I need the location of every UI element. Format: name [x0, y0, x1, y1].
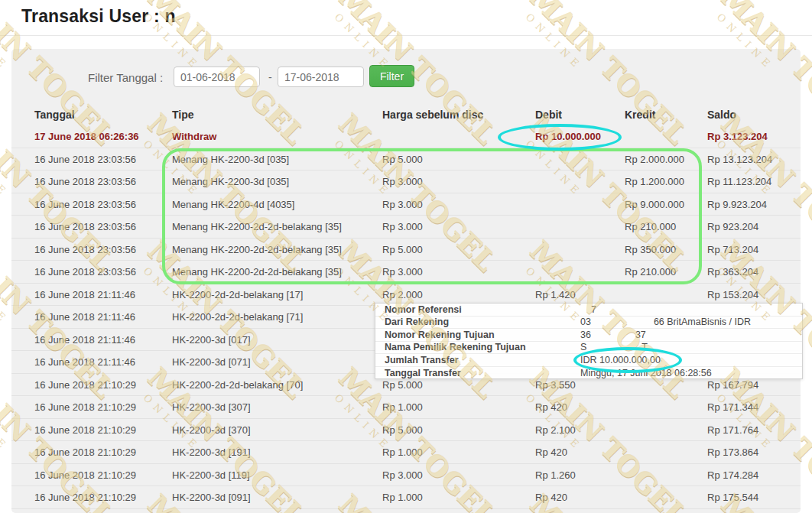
page-title: Transaksi User : n: [21, 6, 176, 27]
cell-tipe: Withdraw: [172, 131, 216, 142]
header-saldo: Saldo: [707, 109, 736, 121]
cell-tipe: Menang HK-2200-3d [035]: [172, 153, 289, 164]
cell-tipe: Menang HK-2200-2d-2d-belakang [35]: [172, 221, 342, 232]
table-row: 16 June 2018 23:03:56Menang HK-2200-3d […: [11, 170, 801, 193]
cell-debit: Rp 3.550: [535, 378, 576, 390]
table-row: 16 June 2018 23:03:56Menang HK-2200-4d […: [11, 193, 801, 216]
cell-saldo: Rp 13.123.204: [707, 153, 772, 164]
cell-debit: Rp 10.000.000: [535, 131, 601, 142]
transfer-detail-row: Nomor Rekening Tujuan3637: [375, 329, 802, 342]
cell-kredit: Rp 210.000: [625, 266, 676, 278]
cell-harga: Rp 5.000: [382, 153, 423, 164]
cell-harga: Rp 5.000: [382, 378, 423, 390]
cell-harga: Rp 3.000: [382, 221, 423, 232]
transfer-detail-label: Nomor Referensi: [385, 304, 462, 315]
transfer-detail-row: Nomor Referensi7: [375, 304, 802, 317]
transfer-detail-value: 7: [580, 304, 596, 315]
cell-tanggal: 16 June 2018 21:11:46: [34, 356, 135, 368]
cell-kredit: Rp 210.000: [625, 221, 676, 232]
cell-tanggal: 16 June 2018 21:11:46: [34, 288, 135, 300]
cell-tipe: HK-2200-3d [307]: [172, 401, 251, 413]
cell-saldo: Rp 174.284: [707, 469, 758, 480]
date-from-input[interactable]: [174, 67, 260, 87]
transfer-detail-value: IDR 10.000.000,00: [580, 355, 661, 365]
cell-harga: Rp 5.000: [382, 243, 423, 255]
transfer-detail-value: 0366 BritAmaBisnis / IDR: [580, 317, 751, 327]
cell-tanggal: 16 June 2018 23:03:56: [34, 176, 136, 187]
table-row: 16 June 2018 23:03:56Menang HK-2200-2d-2…: [11, 261, 801, 284]
date-to-input[interactable]: [278, 67, 364, 87]
cell-tipe: HK-2200-2d-2d-belakang [71]: [172, 311, 303, 323]
cell-tipe: Menang HK-2200-4d [4035]: [172, 198, 294, 209]
cell-debit: Rp 420: [535, 401, 567, 413]
cell-tipe: Menang HK-2200-3d [035]: [172, 176, 289, 187]
table-row: 17 June 2018 06:26:36WithdrawRp 10.000.0…: [11, 125, 801, 148]
cell-tanggal: 16 June 2018 21:11:46: [34, 311, 135, 323]
cell-saldo: Rp 153.204: [707, 288, 758, 300]
transfer-detail-value: ST: [580, 342, 648, 352]
table-row: 16 June 2018 21:10:29HK-2200-3d [370]Rp …: [11, 419, 801, 442]
cell-tipe: HK-2200-3d [091]: [172, 492, 251, 503]
cell-debit: Rp 1.260: [535, 469, 576, 480]
cell-tipe: Menang HK-2200-2d-2d-belakang [35]: [172, 243, 342, 255]
redaction-mask: [591, 324, 654, 325]
table-row: 16 June 2018 23:03:56Menang HK-2200-2d-2…: [11, 239, 801, 261]
cell-kredit: Rp 350.000: [625, 243, 676, 255]
header-harga-sebelum-disc: Harga sebelum disc: [382, 109, 483, 121]
cell-tipe: HK-2200-3d [370]: [172, 424, 251, 435]
cell-tipe: HK-2200-3d [071]: [172, 356, 251, 368]
cell-saldo: Rp 713.204: [707, 243, 758, 255]
cell-harga: Rp 3.000: [382, 266, 423, 278]
filter-button[interactable]: Filter: [369, 65, 414, 87]
cell-tanggal: 16 June 2018 23:03:56: [34, 198, 136, 209]
table-row: 16 June 2018 21:10:29HK-2200-3d [191]Rp …: [11, 441, 801, 464]
transfer-detail-row: Jumlah TransferIDR 10.000.000,00: [375, 354, 802, 367]
cell-tipe: HK-2200-3d [191]: [172, 446, 251, 458]
cell-tanggal: 16 June 2018 21:10:29: [34, 378, 136, 390]
cell-kredit: Rp 1.200.000: [625, 176, 684, 187]
table-row: 16 June 2018 21:10:29HK-2200-3d [091]Rp …: [11, 486, 801, 509]
cell-saldo: Rp 9.923.204: [707, 198, 767, 209]
cell-kredit: Rp 9.000.000: [625, 198, 684, 209]
title-divider: [0, 35, 812, 36]
cell-tanggal: 16 June 2018 23:03:56: [34, 243, 136, 255]
transfer-detail-label: Dari Rekening: [385, 317, 449, 327]
transfer-detail-value: 3637: [580, 330, 646, 340]
cell-saldo: Rp 11.123.204: [707, 176, 771, 187]
cell-saldo: Rp 363.204: [707, 266, 758, 278]
header-kredit: Kredit: [625, 109, 655, 121]
table-header: Tanggal Tipe Harga sebelum disc Debit Kr…: [11, 109, 801, 125]
cell-harga: Rp 1.000: [382, 446, 423, 458]
cell-harga: Rp 3.000: [382, 469, 423, 480]
cell-saldo: Rp 923.204: [707, 221, 758, 232]
redaction-mask: [591, 337, 635, 338]
transfer-detail-row: Dari Rekening0366 BritAmaBisnis / IDR: [375, 317, 802, 330]
cell-harga: Rp 2.000: [382, 288, 423, 300]
transfer-detail-row: Nama Pemilik Rekening TujuanST: [375, 342, 802, 355]
transaction-page: Transaksi User : n Filter Tanggal : - Fi…: [0, 0, 812, 513]
cell-saldo: Rp 171.764: [707, 424, 758, 435]
transfer-detail-label: Tanggal Transfer: [385, 368, 461, 378]
cell-tipe: HK-2200-3d [119]: [172, 469, 250, 480]
header-debit: Debit: [535, 109, 562, 121]
transfer-detail-label: Nama Pemilik Rekening Tujuan: [385, 342, 526, 352]
cell-tipe: HK-2200-2d-2d-belakang [17]: [172, 288, 303, 300]
cell-tanggal: 16 June 2018 23:03:56: [34, 266, 136, 278]
cell-tipe: Menang HK-2200-2d-2d-belakang [35]: [172, 266, 342, 278]
cell-tanggal: 16 June 2018 21:10:29: [34, 492, 136, 503]
cell-saldo: Rp 175.544: [707, 492, 758, 503]
redaction-mask: [580, 312, 591, 313]
cell-debit: Rp 420: [535, 446, 567, 458]
date-range-separator: -: [268, 71, 272, 83]
table-row: 16 June 2018 21:10:29HK-2200-3d [307]Rp …: [11, 396, 801, 419]
cell-harga: Rp 3.000: [382, 198, 423, 209]
cell-kredit: Rp 2.000.000: [625, 153, 684, 164]
cell-saldo: Rp 173.864: [707, 446, 758, 458]
cell-saldo: Rp 167.794: [707, 378, 758, 390]
cell-harga: Rp 1.000: [382, 492, 423, 503]
cell-tipe: HK-2200-3d [017]: [172, 333, 251, 345]
transfer-detail-label: Jumlah Transfer: [385, 355, 459, 365]
cell-saldo: Rp 171.344: [707, 401, 758, 413]
header-tanggal: Tanggal: [34, 109, 75, 121]
table-row: 16 June 2018 23:03:56Menang HK-2200-2d-2…: [11, 216, 801, 239]
